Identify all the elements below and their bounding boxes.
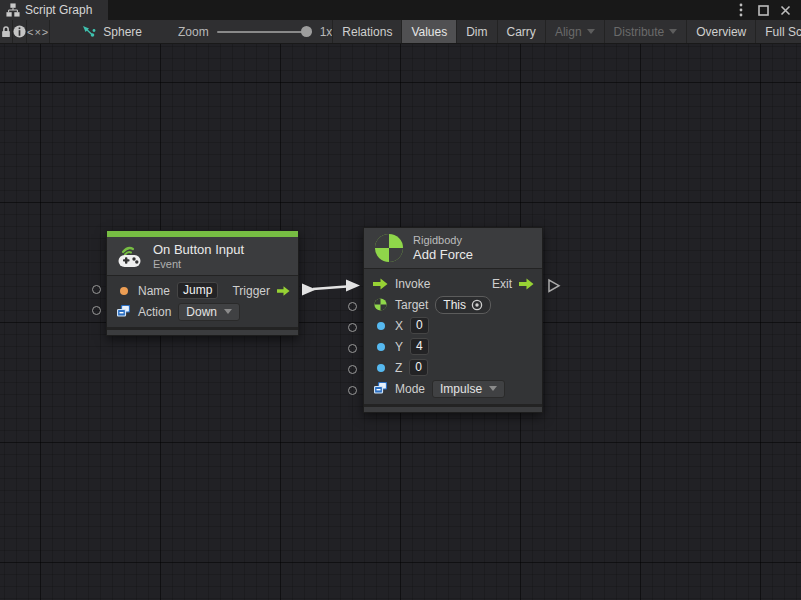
x-port-dot-icon[interactable] <box>377 322 385 330</box>
action-dropdown[interactable]: Down <box>178 303 240 321</box>
zoom-label: Zoom <box>178 25 209 39</box>
x-port-label: X <box>395 319 403 333</box>
values-button[interactable]: Values <box>401 20 456 43</box>
z-port-label: Z <box>395 361 402 375</box>
target-port-circle[interactable] <box>348 302 357 311</box>
name-port-dot-icon[interactable] <box>120 287 128 295</box>
action-dropdown-value: Down <box>186 305 217 319</box>
name-port-label: Name <box>138 284 170 298</box>
align-button[interactable]: Align <box>545 20 604 43</box>
relations-button[interactable]: Relations <box>332 20 401 43</box>
distribute-button[interactable]: Distribute <box>604 20 687 43</box>
tab-bar-spacer <box>108 0 733 20</box>
gamepad-icon <box>117 244 144 268</box>
breadcrumb[interactable]: Sphere <box>72 20 152 43</box>
graph-canvas[interactable]: On Button Input Event Name Jump Trigger <box>0 44 801 600</box>
values-label: Values <box>411 25 447 39</box>
carry-button[interactable]: Carry <box>497 20 545 43</box>
y-port-circle[interactable] <box>348 344 357 353</box>
action-port-label: Action <box>138 305 171 319</box>
dropdown-caret-icon <box>489 386 497 391</box>
y-port-dot-icon[interactable] <box>377 343 385 351</box>
z-port-dot-icon[interactable] <box>377 364 385 372</box>
window-controls <box>733 0 801 20</box>
target-object-value: This <box>443 298 466 312</box>
y-port-label: Y <box>395 340 403 354</box>
dim-button[interactable]: Dim <box>456 20 496 43</box>
name-port-row: Name Jump Trigger <box>107 280 298 301</box>
add-force-node[interactable]: Rigidbody Add Force Invoke Exit <box>363 227 543 413</box>
dim-label: Dim <box>466 25 487 39</box>
tab-script-graph[interactable]: Script Graph <box>0 0 108 20</box>
name-input[interactable]: Jump <box>177 282 218 299</box>
action-enum-icon[interactable] <box>116 305 131 318</box>
zoom-value: 1x <box>320 25 333 39</box>
toolbar-buttons: Relations Values Dim Carry Align Distrib… <box>332 20 801 43</box>
add-force-node-body: Invoke Exit Target <box>364 268 542 404</box>
event-node-title: On Button Input <box>153 242 244 257</box>
code-view-button[interactable]: <×> <box>27 20 50 43</box>
fullscreen-button[interactable]: Full Screen <box>755 20 801 43</box>
target-type-icon[interactable] <box>373 298 388 311</box>
name-port-circle[interactable] <box>92 285 101 294</box>
y-input[interactable]: 4 <box>410 338 429 355</box>
event-node-body: Name Jump Trigger <box>107 275 298 327</box>
target-object-field[interactable]: This <box>435 296 491 314</box>
event-node-subtitle: Event <box>153 258 244 270</box>
mode-enum-icon[interactable] <box>373 382 388 395</box>
invoke-port-row: Invoke Exit <box>364 273 542 294</box>
tab-title: Script Graph <box>25 3 92 17</box>
mode-port-circle[interactable] <box>348 386 357 395</box>
add-force-title: Add Force <box>413 247 473 262</box>
zoom-slider-thumb[interactable] <box>301 26 312 37</box>
exit-flow-arrow-icon[interactable] <box>519 278 534 290</box>
invoke-flow-arrow-icon[interactable] <box>373 278 388 290</box>
z-input[interactable]: 0 <box>409 359 428 376</box>
overview-button[interactable]: Overview <box>686 20 755 43</box>
event-node-header[interactable]: On Button Input Event <box>107 237 298 275</box>
script-graph-asset-icon <box>82 25 96 39</box>
chevron-down-icon <box>669 29 677 34</box>
z-port-circle[interactable] <box>348 365 357 374</box>
target-port-label: Target <box>395 298 428 312</box>
add-force-node-header[interactable]: Rigidbody Add Force <box>364 228 542 268</box>
carry-label: Carry <box>507 25 536 39</box>
z-port-row: Z 0 <box>364 357 542 378</box>
mode-port-label: Mode <box>395 382 425 396</box>
graph-toolbar: <×> Sphere Zoom 1x Relations Values Dim … <box>0 20 801 44</box>
rigidbody-icon <box>374 233 404 263</box>
mode-dropdown[interactable]: Impulse <box>432 380 505 398</box>
connection-wire[interactable] <box>302 280 360 296</box>
invoke-port-label: Invoke <box>395 277 430 291</box>
mode-dropdown-value: Impulse <box>440 382 482 396</box>
overview-label: Overview <box>696 25 746 39</box>
add-force-node-titles: Rigidbody Add Force <box>413 234 473 262</box>
fullscreen-label: Full Screen <box>765 25 801 39</box>
align-label: Align <box>555 25 582 39</box>
event-node[interactable]: On Button Input Event Name Jump Trigger <box>106 230 299 336</box>
code-icon: <×> <box>27 26 49 38</box>
maximize-icon[interactable] <box>755 2 771 18</box>
kebab-menu-icon[interactable] <box>733 2 749 18</box>
distribute-label: Distribute <box>614 25 665 39</box>
event-node-footer <box>107 327 298 335</box>
action-port-circle[interactable] <box>92 306 101 315</box>
graph-hierarchy-icon <box>6 3 20 17</box>
tab-bar: Script Graph <box>0 0 801 20</box>
exit-port-triangle-icon[interactable] <box>549 280 559 292</box>
breadcrumb-label: Sphere <box>103 25 142 39</box>
object-picker-icon[interactable] <box>471 299 483 311</box>
zoom-control: Zoom 1x <box>178 20 332 43</box>
x-input[interactable]: 0 <box>410 317 429 334</box>
x-port-circle[interactable] <box>348 323 357 332</box>
info-icon <box>13 25 26 38</box>
info-button[interactable] <box>13 20 27 43</box>
lock-button[interactable] <box>0 20 13 43</box>
exit-port-label: Exit <box>492 277 512 291</box>
y-port-row: Y 4 <box>364 336 542 357</box>
zoom-slider[interactable] <box>217 31 312 33</box>
close-icon[interactable] <box>777 2 793 18</box>
chevron-down-icon <box>587 29 595 34</box>
trigger-flow-arrow-icon[interactable] <box>277 285 290 297</box>
dropdown-caret-icon <box>224 309 232 314</box>
